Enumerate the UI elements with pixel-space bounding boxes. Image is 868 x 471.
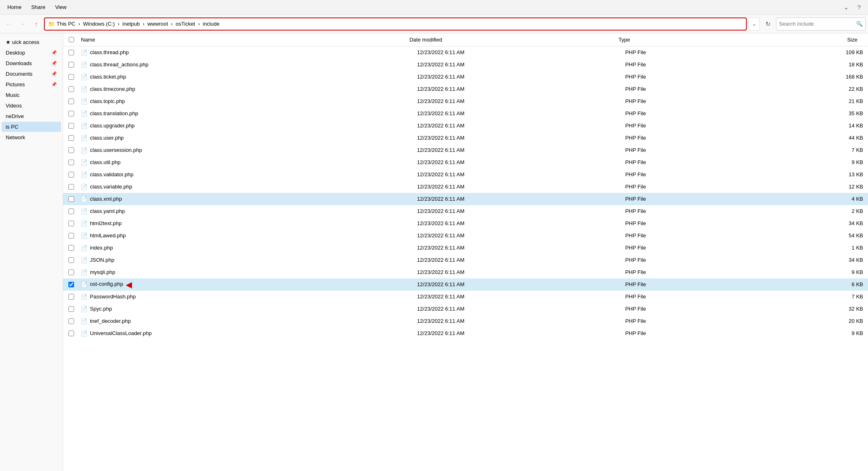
table-row[interactable]: 📄class.user.php12/23/2022 6:11 AMPHP Fil… [63,132,868,144]
menu-share[interactable]: Share [27,2,50,12]
row-checkbox-cell [63,331,79,336]
row-checkbox[interactable] [68,99,74,104]
table-row[interactable]: 📄UniversalClassLoader.php12/23/2022 6:11… [63,327,868,340]
help-button[interactable]: ? [853,2,865,13]
file-size: 32 KB [774,306,868,312]
table-row[interactable]: 📄class.yaml.php12/23/2022 6:11 AMPHP Fil… [63,205,868,217]
table-row[interactable]: 📄tnef_decoder.php12/23/2022 6:11 AMPHP F… [63,315,868,327]
table-row[interactable]: 📄class.usersession.php12/23/2022 6:11 AM… [63,144,868,156]
table-row[interactable]: 📄class.xml.php12/23/2022 6:11 AMPHP File… [63,193,868,205]
file-name: class.topic.php [88,98,417,104]
table-row[interactable]: 📄class.ticket.php12/23/2022 6:11 AMPHP F… [63,71,868,83]
table-row[interactable]: 📄htmlLawed.php12/23/2022 6:11 AMPHP File… [63,230,868,242]
row-checkbox-cell [63,318,79,324]
row-checkbox[interactable] [68,172,74,177]
row-checkbox[interactable] [68,257,74,263]
table-row[interactable]: 📄class.timezone.php12/23/2022 6:11 AMPHP… [63,83,868,95]
row-checkbox-cell [63,99,79,104]
column-date-modified[interactable]: Date modified [409,37,619,43]
sidebar-item-music[interactable]: Music [2,90,61,100]
table-row[interactable]: 📄class.validator.php12/23/2022 6:11 AMPH… [63,169,868,181]
file-name: Spyc.php [88,306,417,312]
refresh-button[interactable]: ↻ [761,18,774,31]
row-checkbox[interactable] [68,318,74,324]
address-dropdown-button[interactable]: ⌄ [748,18,760,31]
table-row[interactable]: 📄JSON.php12/23/2022 6:11 AMPHP File34 KB [63,254,868,266]
sidebar-item-documents[interactable]: Documents 📌 [2,69,61,79]
row-checkbox-cell [63,62,79,68]
search-icon[interactable]: 🔍 [856,21,863,27]
back-button[interactable]: ← [2,18,15,30]
file-icon: 📄 [79,147,88,153]
sidebar-item-downloads[interactable]: Downloads 📌 [2,58,61,68]
table-row[interactable]: 📄html2text.php12/23/2022 6:11 AMPHP File… [63,217,868,230]
row-checkbox[interactable] [68,50,74,55]
row-checkbox[interactable] [68,74,74,80]
file-size: 4 KB [774,196,868,202]
file-size: 1 KB [774,245,868,251]
row-checkbox[interactable] [68,62,74,68]
table-row[interactable]: 📄ost-config.php ◀12/23/2022 6:11 AMPHP F… [63,278,868,291]
table-row[interactable]: 📄class.translation.php12/23/2022 6:11 AM… [63,107,868,120]
table-row[interactable]: 📄Spyc.php12/23/2022 6:11 AMPHP File32 KB [63,303,868,315]
file-type: PHP File [625,123,774,129]
row-checkbox[interactable] [68,269,74,275]
table-row[interactable]: 📄class.topic.php12/23/2022 6:11 AMPHP Fi… [63,95,868,107]
row-checkbox[interactable] [68,86,74,92]
row-checkbox[interactable] [68,294,74,300]
row-checkbox[interactable] [68,160,74,165]
file-date: 12/23/2022 6:11 AM [417,86,625,92]
row-checkbox[interactable] [68,306,74,312]
table-row[interactable]: 📄index.php12/23/2022 6:11 AMPHP File1 KB [63,242,868,254]
row-checkbox[interactable] [68,135,74,141]
search-box[interactable]: 🔍 [776,18,866,31]
file-date: 12/23/2022 6:11 AM [417,61,625,68]
up-button[interactable]: ↑ [30,18,42,30]
file-type: PHP File [625,171,774,177]
collapse-ribbon-button[interactable]: ⌄ [840,2,852,13]
row-checkbox[interactable] [68,208,74,214]
forward-button[interactable]: → [16,18,28,30]
table-row[interactable]: 📄class.thread_actions.php12/23/2022 6:11… [63,59,868,71]
menu-home[interactable]: Home [3,2,26,12]
sidebar-item-videos[interactable]: Videos [2,101,61,111]
sidebar-item-quick-access[interactable]: ★ uick access [2,37,61,47]
file-icon: 📄 [79,110,88,117]
sidebar-item-this-pc[interactable]: is PC [2,122,61,132]
sidebar-item-desktop[interactable]: Desktop 📌 [2,48,61,58]
row-checkbox[interactable] [68,245,74,251]
row-checkbox[interactable] [68,184,74,190]
row-checkbox[interactable] [68,123,74,129]
sidebar-item-network[interactable]: Network [2,132,61,142]
file-date: 12/23/2022 6:11 AM [417,184,625,190]
row-checkbox[interactable] [68,111,74,116]
sidebar-item-label: Documents [6,71,33,77]
row-checkbox[interactable] [68,196,74,202]
sidebar-item-label: neDrive [6,113,24,119]
row-checkbox[interactable] [68,233,74,239]
table-row[interactable]: 📄PasswordHash.php12/23/2022 6:11 AMPHP F… [63,291,868,303]
sidebar-item-onedrive[interactable]: neDrive [2,111,61,121]
search-input[interactable] [779,21,855,27]
row-checkbox-cell [63,233,79,239]
row-checkbox[interactable] [68,147,74,153]
table-row[interactable]: 📄class.util.php12/23/2022 6:11 AMPHP Fil… [63,156,868,169]
row-checkbox-cell [63,294,79,300]
row-checkbox[interactable] [68,282,74,287]
address-box[interactable]: 📁 This PC › Windows (C:) › inetpub › www… [44,18,747,31]
table-row[interactable]: 📄class.thread.php12/23/2022 6:11 AMPHP F… [63,46,868,59]
table-row[interactable]: 📄mysqli.php12/23/2022 6:11 AMPHP File9 K… [63,266,868,278]
column-type[interactable]: Type [619,37,768,43]
row-checkbox[interactable] [68,221,74,226]
file-date: 12/23/2022 6:11 AM [417,281,625,287]
file-icon: 📄 [79,196,88,202]
select-all-checkbox[interactable] [69,37,74,42]
table-row[interactable]: 📄class.variable.php12/23/2022 6:11 AMPHP… [63,181,868,193]
menu-view[interactable]: View [51,2,70,12]
table-row[interactable]: 📄class.upgrader.php12/23/2022 6:11 AMPHP… [63,120,868,132]
row-checkbox[interactable] [68,331,74,336]
sidebar-item-pictures[interactable]: Pictures 📌 [2,79,61,90]
column-name[interactable]: Name [79,37,409,43]
column-size[interactable]: Size [768,37,862,43]
file-icon: 📄 [79,184,88,190]
